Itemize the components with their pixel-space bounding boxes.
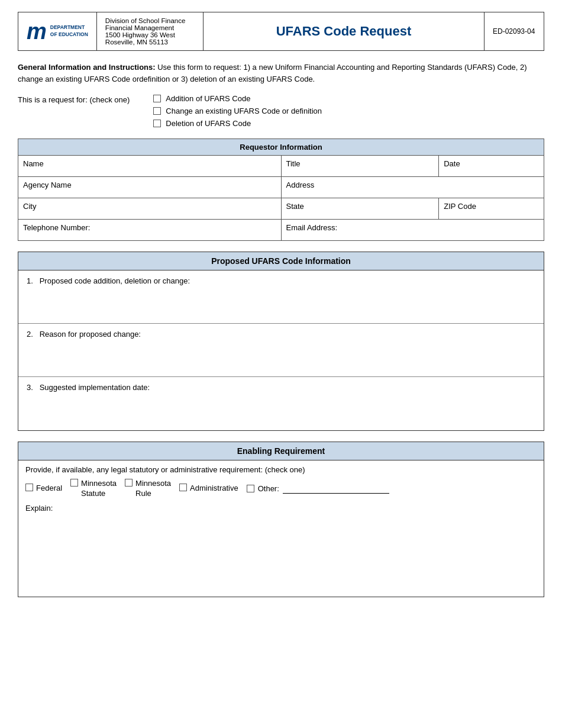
request-type-label: This is a request for: (check one) (18, 95, 130, 104)
state-field: State (281, 198, 439, 220)
enabling-section: Enabling Requirement Provide, if availab… (18, 442, 544, 597)
request-option-3: Deletion of UFARS Code (153, 119, 322, 128)
name-field: Name (18, 156, 282, 177)
checkbox-addition[interactable] (153, 95, 161, 102)
logo-m-letter: m (27, 20, 47, 43)
other-input-line[interactable] (283, 484, 389, 494)
general-info: General Information and Instructions: Us… (18, 62, 544, 85)
checkbox-mn-rule[interactable] (125, 479, 133, 487)
header-address: Division of School Finance Financial Man… (97, 12, 204, 50)
checkbox-deletion[interactable] (153, 120, 161, 127)
proposed-item-2-label: Reason for proposed change: (40, 330, 141, 339)
logo-section: m DEPARTMENT OF EDUCATION (18, 12, 97, 50)
checkbox-other[interactable] (247, 485, 254, 492)
zip-code-field: ZIP Code (439, 198, 544, 220)
request-option-3-label: Deletion of UFARS Code (166, 119, 251, 128)
enabling-section-header: Enabling Requirement (18, 442, 544, 460)
proposed-item-3: 3. Suggested implementation date: (18, 377, 544, 430)
label-federal: Federal (36, 484, 62, 494)
proposed-item-2: 2. Reason for proposed change: (18, 324, 544, 377)
label-mn-statute: MinnesotaStatute (81, 479, 117, 499)
explain-label: Explain: (25, 504, 537, 513)
check-federal: Federal (25, 484, 62, 494)
email-field: Email Address: (281, 220, 544, 241)
label-mn-rule: MinnesotaRule (135, 479, 171, 499)
checkbox-change[interactable] (153, 107, 161, 115)
date-field: Date (439, 156, 544, 177)
address-field: Address (281, 177, 544, 198)
proposed-item-1-label: Proposed code addition, deletion or chan… (40, 276, 190, 285)
requestor-table: Requestor Information Name Title Date Ag… (18, 138, 544, 241)
label-administrative: Administrative (190, 484, 238, 494)
requestor-section-header: Requestor Information (18, 139, 544, 156)
title-field: Title (281, 156, 439, 177)
enabling-checkboxes-row: Federal MinnesotaStatute MinnesotaRule A… (25, 479, 537, 499)
general-info-bold: General Information and Instructions: (18, 63, 156, 72)
form-code: ED-02093-04 (485, 12, 544, 50)
check-mn-rule: MinnesotaRule (125, 479, 171, 499)
form-title: UFARS Code Request (204, 12, 485, 50)
checkbox-mn-statute[interactable] (70, 479, 78, 487)
enabling-provide-text: Provide, if available, any legal statuto… (25, 465, 537, 474)
checkbox-federal[interactable] (25, 484, 33, 491)
request-option-1-label: Addition of UFARS Code (166, 94, 250, 103)
proposed-section-header: Proposed UFARS Code Information (18, 252, 544, 270)
other-line: Other: (247, 484, 389, 494)
checkbox-administrative[interactable] (179, 484, 187, 491)
agency-name-field: Agency Name (18, 177, 282, 198)
proposed-item-3-label: Suggested implementation date: (40, 383, 150, 392)
proposed-item-1-number: 1. (27, 276, 33, 285)
request-option-2-label: Change an existing UFARS Code or definit… (166, 107, 322, 115)
city-field: City (18, 198, 282, 220)
telephone-field: Telephone Number: (18, 220, 282, 241)
request-type-section: This is a request for: (check one) Addit… (18, 94, 544, 128)
request-options: Addition of UFARS Code Change an existin… (153, 94, 322, 128)
check-mn-statute: MinnesotaStatute (70, 479, 117, 499)
explain-area[interactable] (25, 515, 537, 592)
request-option-2: Change an existing UFARS Code or definit… (153, 107, 322, 115)
proposed-item-1: 1. Proposed code addition, deletion or c… (18, 270, 544, 324)
check-administrative: Administrative (179, 484, 238, 494)
request-option-1: Addition of UFARS Code (153, 94, 322, 103)
proposed-item-3-number: 3. (27, 383, 33, 392)
other-label: Other: (258, 484, 279, 493)
proposed-section: Proposed UFARS Code Information 1. Propo… (18, 252, 544, 431)
proposed-item-2-number: 2. (27, 330, 33, 339)
logo-dept-text: DEPARTMENT OF EDUCATION (50, 24, 88, 38)
page-header: m DEPARTMENT OF EDUCATION Division of Sc… (18, 12, 544, 51)
enabling-body: Provide, if available, any legal statuto… (18, 460, 544, 597)
